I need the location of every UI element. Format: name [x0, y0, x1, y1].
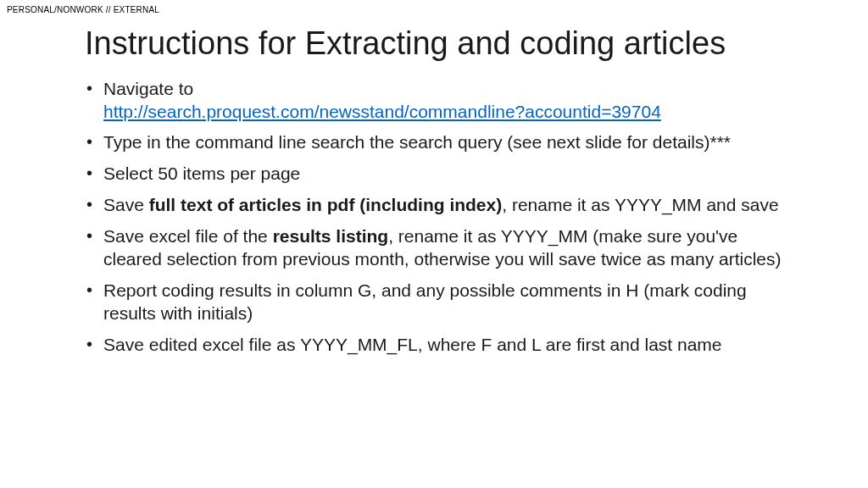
- bullet-bold: full text of articles in pdf (including …: [149, 195, 503, 214]
- bullet-text: Report coding results in column G, and a…: [103, 280, 747, 323]
- bullet-text: Select 50 items per page: [103, 164, 300, 183]
- bullet-text: Save edited excel file as YYYY_MM_FL, wh…: [103, 335, 722, 354]
- bullet-text: Save excel file of the: [103, 226, 273, 246]
- classification-label: PERSONAL/NONWORK // EXTERNAL: [7, 5, 159, 14]
- bullet-text: Navigate to: [103, 79, 193, 98]
- slide-title: Instructions for Extracting and coding a…: [85, 25, 800, 63]
- list-item: Type in the command line search the sear…: [85, 131, 800, 154]
- list-item: Select 50 items per page: [85, 163, 800, 186]
- slide-content: Instructions for Extracting and coding a…: [0, 0, 868, 381]
- list-item: Save excel file of the results listing, …: [85, 225, 800, 271]
- list-item: Report coding results in column G, and a…: [85, 280, 800, 325]
- list-item: Navigate to http://search.proquest.com/n…: [85, 78, 800, 124]
- bullet-text: Type in the command line search the sear…: [103, 132, 731, 152]
- bullet-list: Navigate to http://search.proquest.com/n…: [85, 78, 800, 357]
- bullet-text: , rename it as YYYY_MM and save: [502, 195, 778, 214]
- list-item: Save full text of articles in pdf (inclu…: [85, 194, 800, 217]
- bullet-bold: results listing: [273, 226, 389, 246]
- proquest-link[interactable]: http://search.proquest.com/newsstand/com…: [103, 102, 661, 121]
- bullet-text: Save: [103, 195, 149, 214]
- list-item: Save edited excel file as YYYY_MM_FL, wh…: [85, 334, 800, 357]
